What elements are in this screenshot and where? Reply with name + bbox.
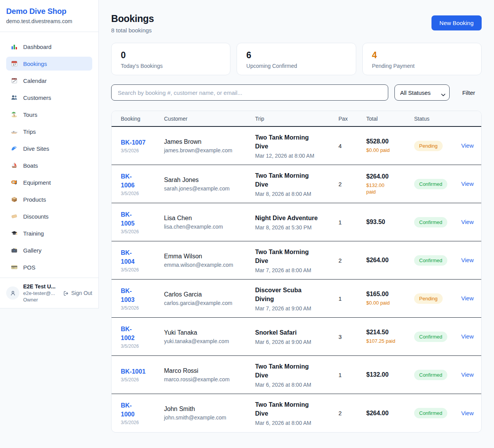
status-select-wrap: All Statuses [394,84,450,101]
sidebar-item-pos[interactable]: POS [6,260,92,274]
booking-id-link[interactable]: BK- 1000 [121,401,135,419]
booking-id-link[interactable]: BK- 1002 [121,325,135,342]
sign-out-button[interactable]: Sign Out [63,290,92,296]
stats-row: 0 Today's Bookings 6 Upcoming Confirmed … [111,43,482,75]
sidebar-item-dashboard[interactable]: Dashboard [6,40,92,54]
sidebar-item-calendar[interactable]: Calendar [6,74,92,88]
camera-icon [11,247,18,254]
trip-datetime: Mar 7, 2026 at 9:00 AM [255,305,325,312]
view-booking-link[interactable]: View [461,371,474,378]
status-badge: Confirmed [414,332,447,342]
sidebar-item-products[interactable]: Products [6,192,92,206]
sidebar-item-customers[interactable]: Customers [6,91,92,104]
table-header-row: Booking Customer Trip Pax Total Status [112,111,481,127]
booking-id-link[interactable]: BK- 1003 [121,286,135,304]
sidebar-item-bookings[interactable]: 17 Bookings [6,57,92,71]
status-filter-select[interactable]: All Statuses [394,84,450,101]
wave-icon [11,145,18,152]
customer-email: emma.wilson@example.com [164,262,255,268]
user-role: Owner [23,297,56,303]
view-booking-link[interactable]: View [461,333,474,340]
sidebar-item-trips[interactable]: Trips [6,125,92,138]
trip-datetime: Mar 7, 2026 at 8:00 AM [255,267,325,273]
status-badge: Pending [414,141,443,151]
status-badge: Confirmed [414,255,447,266]
customer-name: Lisa Chen [164,215,255,222]
filters-row: All Statuses Filter [111,84,482,101]
customer-email: john.smith@example.com [164,414,255,421]
sidebar-nav: Dashboard 17 Bookings Calendar Customers… [0,32,98,274]
sidebar-item-discounts[interactable]: Discounts [6,209,92,223]
booking-id-link[interactable]: BK-1007 [121,138,145,147]
calendar-icon [11,77,18,84]
booking-id-link[interactable]: BK- 1004 [121,248,135,266]
table-row: BK- 1006 3/5/2026 Sarah Jones sarah.jone… [112,165,481,203]
customer-email: sarah.jones@example.com [164,185,255,192]
trip-name: Two Tank Morning Dive [255,171,325,189]
stat-card-upcoming-confirmed: 6 Upcoming Confirmed [237,43,356,75]
sidebar-item-label: Trips [23,128,36,135]
trip-datetime: Mar 6, 2026 at 8:00 AM [255,420,325,426]
new-booking-button[interactable]: New Booking [431,15,482,30]
dive-mask-icon [11,179,18,186]
total-amount: $93.50 [366,219,414,226]
user-name: E2E Test U... [23,283,56,290]
bookings-table: Booking Customer Trip Pax Total Status B… [111,111,482,433]
trip-name: Night Dive Adventure [255,214,325,222]
avatar [6,286,19,300]
view-booking-link[interactable]: View [461,295,474,301]
stat-card-todays-bookings: 0 Today's Bookings [111,43,230,75]
shop-name: Demo Dive Shop [6,7,92,16]
total-amount: $264.00 [366,173,414,180]
table-body: BK-1007 3/5/2026 James Brown james.brown… [112,127,481,432]
pax-count: 1 [338,219,366,226]
shop-domain: demo.test.divestreams.com [6,18,92,24]
sidebar-item-label: Products [23,196,46,203]
sidebar-item-gallery[interactable]: Gallery [6,243,92,257]
customer-name: Yuki Tanaka [164,329,255,336]
view-booking-link[interactable]: View [461,180,474,187]
sidebar-item-label: Calendar [23,77,47,84]
table-row: BK-1001 3/5/2026 Marco Rossi marco.rossi… [112,356,481,394]
amount-paid: $0.00 paid [366,147,414,153]
customer-name: James Brown [164,138,255,145]
sidebar-item-label: POS [23,264,36,271]
booking-id-link[interactable]: BK- 1005 [121,210,135,228]
sidebar-item-equipment[interactable]: Equipment [6,175,92,189]
booking-id-link[interactable]: BK-1001 [121,367,145,376]
search-input[interactable] [111,84,388,101]
page-subtitle: 8 total bookings [111,27,154,34]
sailboat-icon [11,162,18,169]
customer-name: John Smith [164,406,255,413]
pax-count: 2 [338,181,366,187]
sidebar-item-dive-sites[interactable]: Dive Sites [6,141,92,155]
view-booking-link[interactable]: View [461,219,474,225]
stat-label: Pending Payment [372,63,472,69]
stat-label: Today's Bookings [121,63,221,69]
customer-name: Marco Rossi [164,367,255,374]
view-booking-link[interactable]: View [461,257,474,263]
svg-text:17: 17 [13,63,16,66]
calendar-date-icon: 17 [11,60,18,67]
sidebar-item-label: Discounts [23,213,49,220]
booking-date: 3/5/2026 [121,305,164,311]
booking-date: 3/5/2026 [121,229,164,234]
user-email: e2e-tester@... [23,290,56,296]
pax-count: 2 [338,410,366,416]
amount-paid: $0.00 paid [366,300,414,306]
sidebar-item-training[interactable]: Training [6,226,92,240]
booking-id-link[interactable]: BK- 1006 [121,172,135,190]
sidebar-item-boats[interactable]: Boats [6,158,92,172]
view-booking-link[interactable]: View [461,142,474,149]
customer-email: marco.rossi@example.com [164,376,255,382]
sidebar-item-tours[interactable]: Tours [6,108,92,121]
total-amount: $264.00 [366,257,414,264]
customer-email: carlos.garcia@example.com [164,300,255,306]
view-booking-link[interactable]: View [461,410,474,416]
user-info: E2E Test U... e2e-tester@... Owner [23,283,56,303]
booking-date: 3/5/2026 [121,344,164,349]
sidebar-item-label: Gallery [23,247,42,254]
filter-button[interactable]: Filter [462,89,475,96]
table-row: BK- 1005 3/5/2026 Lisa Chen lisa.chen@ex… [112,203,481,241]
total-amount: $132.00 [366,371,414,378]
